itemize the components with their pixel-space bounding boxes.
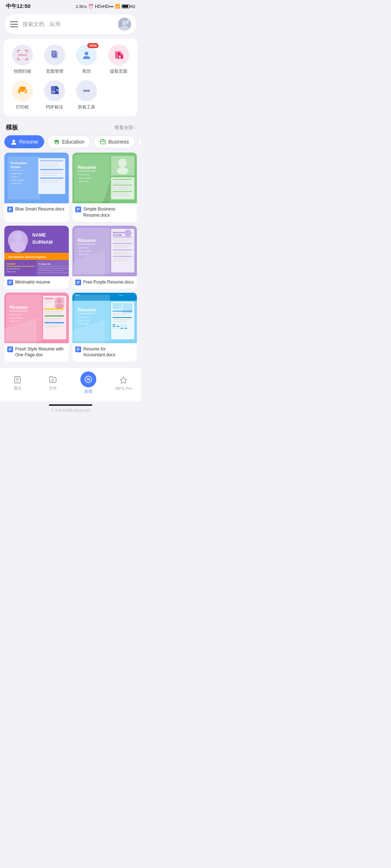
tab-business[interactable]: Business <box>93 135 135 148</box>
template-tabs: Resume Education Business Letter <box>0 135 141 153</box>
wps-pro-nav-icon <box>119 375 128 385</box>
template-thumb-1: Promotion Poster • Word Format • A4 Size… <box>4 153 69 203</box>
quick-item-extract[interactable]: 提取页面 <box>104 44 133 75</box>
pdf-icon: PDF <box>49 85 60 96</box>
svg-rect-177 <box>113 303 122 309</box>
resume-icon-circle: NEW <box>76 44 97 65</box>
svg-rect-122 <box>113 241 129 241</box>
template-section-title: 模板 <box>6 123 18 132</box>
svg-text:Job intention: Network enginee: Job intention: Network engineer <box>8 255 46 258</box>
svg-rect-123 <box>113 243 133 244</box>
doc-icon-3 <box>7 280 13 285</box>
svg-text:• Easy to Edit: • Easy to Edit <box>78 323 89 324</box>
svg-rect-129 <box>113 256 133 256</box>
svg-rect-54 <box>40 178 63 179</box>
tab-education[interactable]: Education <box>47 135 91 148</box>
nav-item-discover[interactable]: 发现 <box>77 371 99 394</box>
menu-icon[interactable] <box>10 21 18 27</box>
green-resume-thumb: Resume • Word Format • Easy to Modify • … <box>72 153 137 203</box>
template-name-5: Fresh Style Resume with One Page.doc <box>15 346 66 358</box>
svg-rect-77 <box>113 189 127 190</box>
svg-text:• Easy to Modify: • Easy to Modify <box>11 179 24 181</box>
svg-text:NAME: NAME <box>32 232 46 238</box>
resume-label: 简历 <box>82 68 91 75</box>
svg-rect-49 <box>40 166 55 167</box>
pdf-icon-circle: PDF <box>44 80 65 101</box>
template-card-3[interactable]: Job intention: Network engineer NAME SUR… <box>4 226 69 289</box>
template-thumb-4: Resume • Word Format • Easy to Modify • … <box>72 226 137 276</box>
svg-rect-124 <box>113 245 131 246</box>
svg-point-88 <box>14 232 22 241</box>
svg-text:Promotion: Promotion <box>11 161 27 165</box>
svg-rect-178 <box>113 311 132 311</box>
svg-rect-127 <box>113 252 129 252</box>
svg-rect-126 <box>113 250 133 250</box>
chevron-right-icon: › <box>134 125 135 130</box>
search-placeholder[interactable]: 搜索文档、应用 <box>22 21 118 28</box>
svg-rect-194 <box>121 328 123 328</box>
quick-item-scan[interactable]: 拍照扫描 <box>8 44 37 75</box>
extract-label: 提取页面 <box>110 68 127 75</box>
template-grid: Promotion Poster • Word Format • A4 Size… <box>0 153 141 362</box>
template-thumb-2: Resume • Word Format • Easy to Modify • … <box>72 153 137 203</box>
template-card-4[interactable]: Resume • Word Format • Easy to Modify • … <box>72 226 137 289</box>
svg-text:PDF: PDF <box>52 91 55 93</box>
svg-point-89 <box>10 241 26 252</box>
template-section-header: 模板 查看全部 › <box>0 120 141 135</box>
svg-text:Resume: Resume <box>78 307 96 312</box>
svg-rect-128 <box>113 254 131 254</box>
quick-item-page[interactable]: 页面管理 <box>40 44 69 75</box>
view-all-button[interactable]: 查看全部 › <box>114 124 135 131</box>
svg-text:• Word Format: • Word Format <box>78 174 89 176</box>
nav-item-recent[interactable]: 最近 <box>7 375 29 391</box>
nav-item-files[interactable]: 文件 <box>42 375 64 391</box>
template-info-1: Blue Smart Resume.docx <box>4 203 69 216</box>
svg-point-23 <box>24 90 26 92</box>
template-name-4: Free Purple Resume.docx <box>83 279 134 285</box>
template-info-5: Fresh Style Resume with One Page.doc <box>4 343 69 362</box>
svg-rect-52 <box>40 173 62 174</box>
svg-rect-193 <box>117 328 119 328</box>
nav-item-wps-pro[interactable]: WPS Pro <box>113 375 134 391</box>
svg-text:SURNAM: SURNAM <box>32 239 52 245</box>
files-nav-icon <box>48 375 58 384</box>
quick-item-print[interactable]: 打印机 <box>8 80 37 110</box>
quick-item-tools[interactable]: 所有工具 <box>72 80 101 110</box>
alarm-icon: ⏰ <box>88 4 93 9</box>
new-badge: NEW <box>87 43 98 48</box>
svg-rect-9 <box>17 57 18 60</box>
recent-nav-icon <box>13 375 22 384</box>
svg-text:z: z <box>127 18 129 22</box>
svg-rect-119 <box>113 237 133 237</box>
quick-item-resume[interactable]: NEW 简历 <box>72 44 101 75</box>
template-name-6: Resume for Accountant.docx <box>83 346 134 358</box>
svg-rect-195 <box>124 328 127 328</box>
tab-resume[interactable]: Resume <box>4 135 44 148</box>
doc-icon-2 <box>75 207 81 212</box>
svg-rect-73 <box>113 181 130 182</box>
template-card-5[interactable]: Resume • Word Format • Easy to Modify • … <box>4 293 69 362</box>
svg-text:• Easy to Edit: • Easy to Edit <box>10 320 21 322</box>
template-thumb-6: WPS Palette Resume • Word Format • Easy … <box>72 293 137 343</box>
avatar[interactable]: z <box>118 18 131 31</box>
svg-rect-74 <box>113 183 129 184</box>
template-card-6[interactable]: WPS Palette Resume • Word Format • Easy … <box>72 293 137 362</box>
svg-point-120 <box>124 229 131 237</box>
pdf-label: PDF标注 <box>46 104 63 110</box>
template-card-1[interactable]: Promotion Poster • Word Format • A4 Size… <box>4 153 69 222</box>
svg-text:Freela, China: Freela, China <box>6 271 16 273</box>
quick-item-pdf[interactable]: PDF PDF标注 <box>40 80 69 110</box>
svg-rect-22 <box>20 92 25 95</box>
svg-rect-50 <box>40 169 63 170</box>
svg-text:✦ About Me: ✦ About Me <box>38 263 51 265</box>
search-bar[interactable]: 搜索文档、应用 z <box>5 14 136 34</box>
svg-text:• Word Format: • Word Format <box>10 314 21 316</box>
svg-point-28 <box>88 90 90 92</box>
scan-label: 拍照扫描 <box>14 68 31 75</box>
svg-text:Palette: Palette <box>119 294 124 296</box>
template-card-2[interactable]: Resume • Word Format • Easy to Modify • … <box>72 153 137 222</box>
recent-nav-label: 最近 <box>14 386 22 391</box>
tab-letter[interactable]: Letter <box>138 135 141 148</box>
battery-icon <box>122 4 130 8</box>
svg-rect-53 <box>40 175 56 176</box>
